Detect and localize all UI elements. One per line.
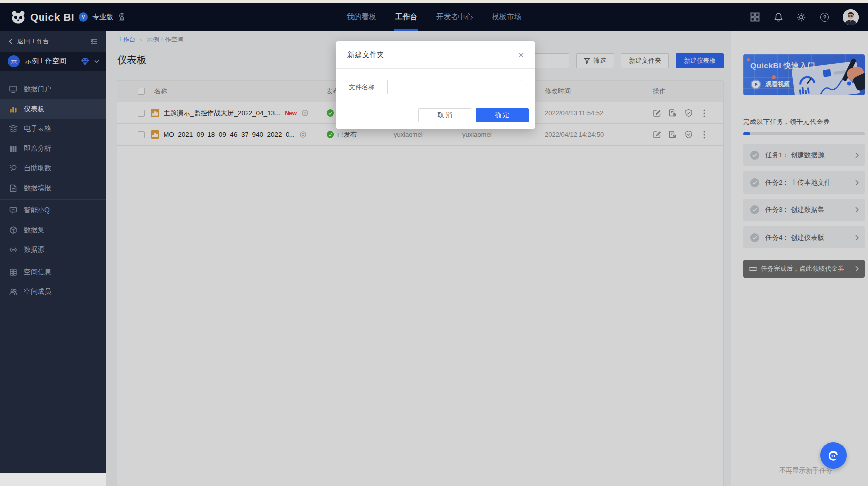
chatbot-icon[interactable]: [820, 442, 847, 469]
modal-title: 新建文件夹: [347, 50, 384, 60]
os-bottom-strip: [0, 473, 106, 486]
modal-footer: 取 消 确 定: [336, 104, 535, 128]
new-folder-modal: 新建文件夹 × 文件名称 取 消 确 定: [336, 41, 535, 129]
modal-body: 文件名称: [336, 69, 535, 104]
close-icon[interactable]: ×: [518, 50, 524, 60]
folder-name-label: 文件名称: [349, 83, 374, 92]
folder-name-input[interactable]: [387, 80, 522, 94]
modal-header: 新建文件夹 ×: [336, 41, 535, 69]
dismiss-onboarding-link[interactable]: 不再显示新手任务: [741, 466, 832, 475]
quick-bi-screen: Quick BI V 专业版 我的看板 工作台 开发者中心 模板市场 ?: [0, 0, 868, 486]
os-top-strip: [0, 0, 868, 3]
confirm-button[interactable]: 确 定: [476, 108, 529, 122]
cancel-button[interactable]: 取 消: [418, 108, 471, 122]
